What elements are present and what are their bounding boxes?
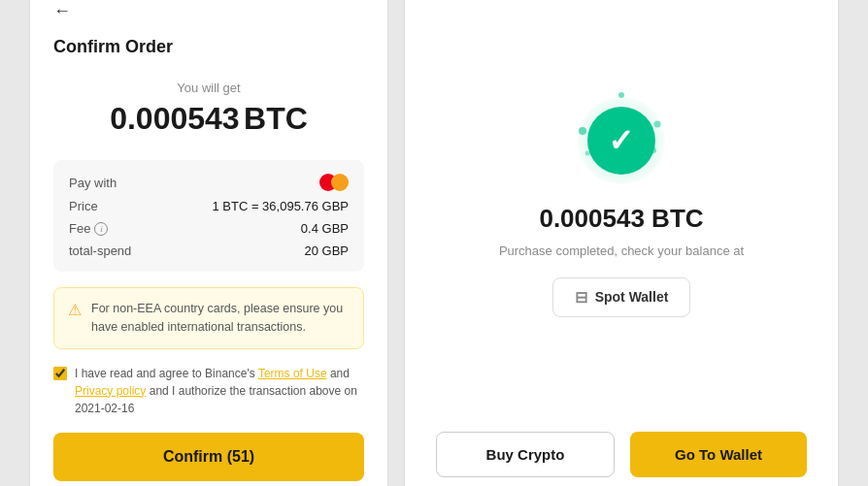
svg-point-3 — [584, 150, 589, 155]
wallet-icon: ⊟ — [575, 288, 587, 307]
panel-title: Confirm Order — [53, 37, 364, 57]
you-will-get-section: You will get 0.000543 BTC — [53, 73, 364, 145]
terms-checkbox[interactable] — [53, 367, 67, 380]
terms-row: I have read and agree to Binance's Terms… — [53, 365, 364, 417]
receive-currency: BTC — [244, 101, 308, 136]
mastercard-icon — [319, 174, 349, 191]
go-to-wallet-button[interactable]: Go To Wallet — [630, 432, 807, 477]
success-amount: 0.000543 BTC — [539, 204, 703, 234]
spot-wallet-label: Spot Wallet — [595, 289, 669, 305]
svg-point-4 — [651, 147, 656, 153]
svg-point-2 — [618, 92, 624, 98]
price-label: Price — [69, 199, 98, 213]
back-button[interactable]: ← — [53, 1, 71, 21]
total-spend-row: total-spend 20 GBP — [69, 243, 349, 258]
success-icon-section: ✓ — [578, 97, 665, 184]
price-row: Price 1 BTC = 36,095.76 GBP — [69, 199, 349, 213]
checkmark-icon: ✓ — [608, 122, 634, 159]
fee-label: Fee i — [69, 221, 108, 236]
back-arrow-icon: ← — [53, 1, 71, 21]
receive-amount: 0.000543 BTC — [53, 101, 364, 137]
fee-row: Fee i 0.4 GBP — [69, 221, 349, 236]
receive-amount-value: 0.000543 — [110, 101, 239, 136]
success-subtitle: Purchase completed, check your balance a… — [499, 243, 744, 258]
bottom-buttons: Buy Crypto Go To Wallet — [436, 432, 807, 477]
buy-crypto-button[interactable]: Buy Crypto — [436, 432, 615, 477]
privacy-policy-link[interactable]: Privacy policy — [75, 384, 146, 398]
terms-text: I have read and agree to Binance's Terms… — [75, 365, 364, 417]
warning-text: For non-EEA country cards, please ensure… — [91, 300, 350, 337]
confirm-order-panel: ← Confirm Order You will get 0.000543 BT… — [29, 0, 388, 486]
pay-with-value — [319, 174, 349, 191]
pay-with-label: Pay with — [69, 176, 117, 190]
price-value: 1 BTC = 36,095.76 GBP — [212, 199, 349, 213]
svg-point-0 — [579, 127, 586, 135]
warning-icon: ⚠ — [68, 301, 82, 319]
fee-info-icon[interactable]: i — [94, 222, 108, 236]
you-will-get-label: You will get — [53, 81, 364, 95]
total-spend-label: total-spend — [69, 243, 131, 258]
svg-point-1 — [653, 120, 660, 127]
spot-wallet-tag[interactable]: ⊟ Spot Wallet — [552, 277, 691, 317]
confirm-button[interactable]: Confirm (51) — [53, 433, 364, 481]
order-details-box: Pay with Price 1 BTC = 36,095.76 GBP Fee… — [53, 160, 364, 272]
warning-box: ⚠ For non-EEA country cards, please ensu… — [53, 287, 364, 349]
success-panel: ✓ 0.000543 BTC Purchase completed, check… — [404, 0, 839, 486]
terms-of-use-link[interactable]: Terms of Use — [258, 367, 327, 380]
total-spend-value: 20 GBP — [304, 243, 349, 258]
pay-with-row: Pay with — [69, 174, 349, 191]
fee-value: 0.4 GBP — [301, 221, 349, 236]
